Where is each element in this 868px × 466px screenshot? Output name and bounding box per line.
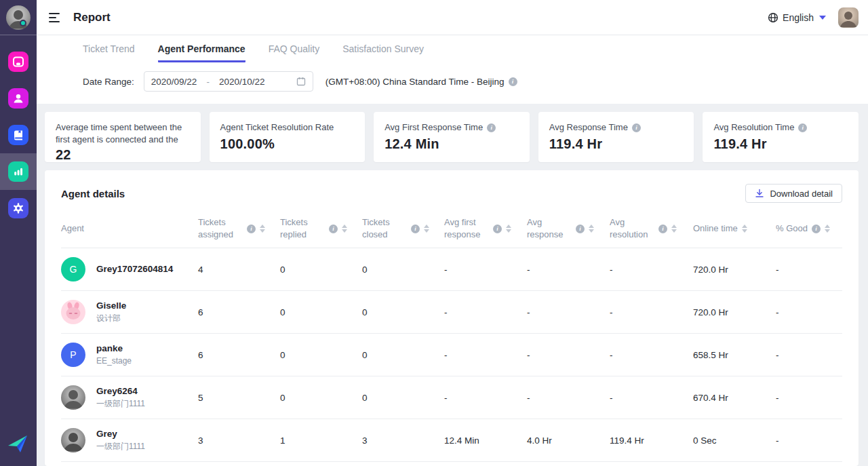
info-icon[interactable]: i	[658, 225, 667, 233]
tab-agent-performance[interactable]: Agent Performance	[158, 43, 245, 62]
tab-faq-quality[interactable]: FAQ Quality	[269, 43, 319, 62]
tab-satisfaction-survey[interactable]: Satisfaction Survey	[342, 43, 424, 62]
info-icon[interactable]: i	[247, 225, 256, 233]
download-detail-label: Download detail	[770, 189, 833, 199]
table-header-row: Agent Tickets assigned i Tickets replied…	[61, 212, 842, 248]
end-date-value[interactable]: 2020/10/22	[219, 77, 265, 87]
paper-plane-icon	[7, 434, 30, 454]
tickets-replied-value: 0	[280, 393, 362, 403]
info-icon[interactable]: i	[493, 225, 502, 233]
tab-ticket-trend[interactable]: Ticket Trend	[83, 43, 135, 62]
stat-value: 22	[56, 147, 190, 162]
info-icon[interactable]: i	[329, 225, 338, 233]
agent-avatar	[61, 428, 85, 452]
agent-avatar	[61, 300, 85, 324]
info-icon[interactable]: i	[576, 225, 585, 233]
col-header-percent-good[interactable]: % Good i	[776, 222, 842, 235]
date-range-label: Date Range:	[83, 77, 134, 87]
col-header-tickets-closed[interactable]: Tickets closed i	[362, 216, 444, 241]
stat-card-resolution-rate: Agent Ticket Resolution Rate 100.00%	[210, 112, 366, 162]
stat-title: Agent Ticket Resolution Rate	[220, 121, 334, 134]
sidebar-profile[interactable]	[0, 0, 37, 35]
col-header-avg-response[interactable]: Avg response i	[527, 216, 610, 241]
sort-icon[interactable]	[260, 225, 265, 233]
agent-name: Grey17072604814	[96, 263, 173, 275]
book-icon	[8, 125, 28, 145]
info-icon[interactable]: i	[632, 123, 641, 132]
tickets-replied-value: 0	[280, 350, 362, 360]
avg-resolution-value: -	[610, 265, 693, 275]
stat-card-avg-response: Avg Response Timei 119.4 Hr	[538, 112, 694, 162]
contacts-icon	[8, 88, 28, 109]
table-row: Grey6264 一级部门1111 5 0 0 - - - 670.4 Hr -	[61, 376, 842, 419]
sidebar-item-inbox[interactable]	[0, 43, 37, 80]
avg-resolution-value: -	[610, 307, 693, 317]
menu-toggle-icon[interactable]	[49, 10, 64, 25]
table-row: Z Zonglu Zhang 3 0 3 - - - 470.1 Hr -	[61, 462, 842, 466]
main-column: Report English	[37, 0, 868, 466]
agent-avatar	[61, 385, 85, 410]
col-header-avg-first-response[interactable]: Avg first response i	[444, 216, 527, 241]
agent-name: Giselle	[96, 300, 126, 312]
timezone-text: (GMT+08:00) China Standard Time - Beijin…	[326, 77, 517, 87]
tickets-assigned-value: 6	[198, 307, 280, 317]
percent-good-value: -	[776, 435, 842, 446]
avg-response-value: -	[527, 265, 610, 275]
person-silhouette-icon	[838, 7, 859, 28]
language-selector[interactable]: English	[768, 12, 826, 23]
percent-good-value: -	[776, 350, 842, 360]
brand-logo	[0, 423, 37, 466]
sort-icon[interactable]	[424, 225, 429, 233]
info-icon[interactable]: i	[411, 225, 420, 233]
stat-card-avg-handle-time: Average time spent between the first age…	[45, 112, 201, 162]
topbar-right: English	[768, 7, 859, 28]
tickets-assigned-value: 5	[198, 393, 280, 403]
col-header-online-time[interactable]: Online time	[693, 222, 776, 235]
person-silhouette-icon	[6, 5, 31, 30]
col-header-tickets-replied[interactable]: Tickets replied i	[280, 216, 362, 241]
avg-response-value: -	[527, 393, 610, 403]
globe-icon	[768, 12, 778, 23]
info-icon[interactable]: i	[798, 123, 807, 132]
sidebar-item-settings[interactable]	[0, 190, 37, 227]
user-avatar[interactable]	[6, 5, 31, 30]
inbox-icon	[8, 52, 28, 72]
sort-icon[interactable]	[506, 225, 511, 233]
sort-icon[interactable]	[589, 225, 594, 233]
date-range-input[interactable]: 2020/09/22 - 2020/10/22	[144, 71, 313, 92]
agent-department: EE_stage	[96, 355, 132, 367]
tickets-closed-value: 0	[362, 265, 444, 275]
start-date-value[interactable]: 2020/09/22	[151, 77, 197, 87]
stat-value: 12.4 Min	[384, 136, 519, 152]
sidebar-item-contacts[interactable]	[0, 80, 37, 117]
language-label: English	[783, 12, 814, 23]
info-icon[interactable]: i	[487, 123, 496, 132]
avg-first-response-value: -	[444, 350, 527, 360]
online-time-value: 658.5 Hr	[693, 350, 776, 360]
tickets-replied-value: 0	[280, 265, 362, 275]
download-detail-button[interactable]: Download detail	[745, 184, 842, 203]
timezone-info-icon[interactable]: i	[509, 77, 517, 86]
stat-title: Average time spent between the first age…	[56, 121, 190, 146]
col-header-tickets-assigned[interactable]: Tickets assigned i	[198, 216, 280, 241]
stat-value: 100.00%	[220, 136, 355, 152]
avg-resolution-value: 119.4 Hr	[610, 435, 693, 446]
sort-icon[interactable]	[671, 225, 677, 233]
sort-icon[interactable]	[742, 225, 747, 233]
table-row: G Grey17072604814 4 0 0 - - - 720.0 Hr -	[61, 248, 842, 291]
agent-name: Grey	[96, 428, 145, 440]
sidebar-item-knowledge-base[interactable]	[0, 117, 37, 153]
info-icon[interactable]: i	[812, 225, 821, 233]
col-header-avg-resolution[interactable]: Avg resolution i	[610, 216, 693, 241]
sidebar-item-reports[interactable]	[0, 153, 37, 190]
account-avatar[interactable]	[838, 7, 859, 28]
tickets-assigned-value: 6	[198, 350, 280, 360]
sort-icon[interactable]	[825, 225, 830, 233]
agent-details-card: Agent details Download detail	[45, 170, 859, 466]
avg-first-response-value: -	[444, 307, 527, 317]
avg-response-value: -	[527, 350, 610, 360]
report-subheader: Ticket Trend Agent Performance FAQ Quali…	[37, 35, 868, 104]
stat-card-avg-resolution: Avg Resolution Timei 119.4 Hr	[703, 112, 859, 162]
sort-icon[interactable]	[342, 225, 347, 233]
person-photo-icon	[61, 385, 85, 410]
